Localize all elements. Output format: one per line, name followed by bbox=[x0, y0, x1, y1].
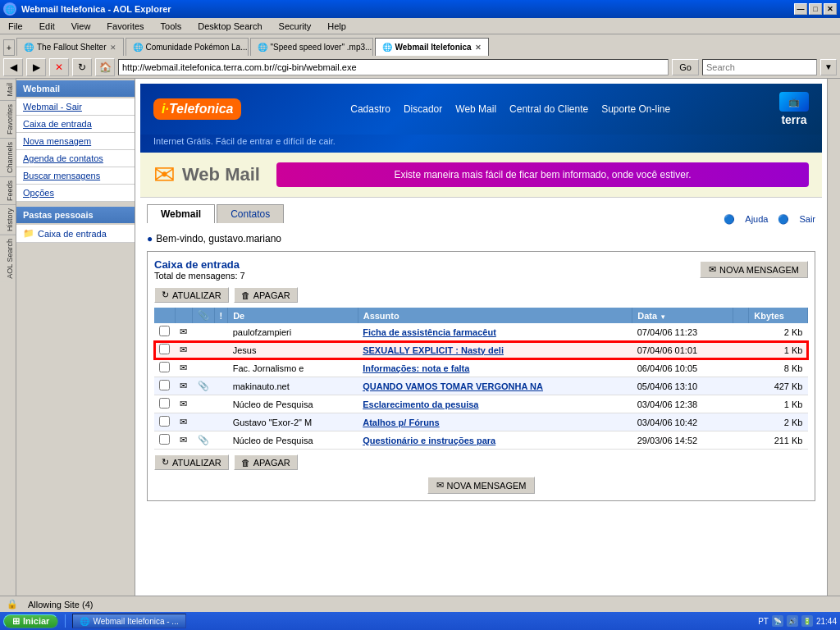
taskbar-icon-3: 🔋 bbox=[801, 615, 813, 627]
panel-mail[interactable]: Mail bbox=[0, 79, 16, 100]
atualizar-bottom-button[interactable]: ↻ ATUALIZAR bbox=[154, 454, 229, 470]
nova-mensagem-bottom-button[interactable]: ✉ NOVA MENSAGEM bbox=[427, 477, 536, 494]
sidebar-item-buscar[interactable]: Buscar mensagens bbox=[16, 167, 135, 185]
nova-mensagem-bottom-area: ✉ NOVA MENSAGEM bbox=[154, 477, 808, 494]
inbox-header: Caixa de entrada Total de mensagens: 7 ✉… bbox=[154, 258, 808, 281]
close-button[interactable]: ✕ bbox=[824, 3, 837, 15]
tab-close-0[interactable]: ✕ bbox=[110, 43, 116, 52]
sidebar-folder-inbox[interactable]: 📁 Caixa de entrada bbox=[16, 225, 135, 243]
webmail-logo-area: ✉ Web Mail bbox=[153, 159, 260, 190]
left-panels: Mail Favorites Channels Feeds History AO… bbox=[0, 79, 16, 612]
row6-read-icon: ✉ bbox=[175, 413, 192, 431]
scrollbar[interactable] bbox=[827, 79, 840, 612]
nav-webmail[interactable]: Web Mail bbox=[455, 103, 496, 115]
row1-checkbox[interactable] bbox=[159, 326, 170, 336]
row5-checkbox[interactable] bbox=[159, 398, 170, 409]
forward-button[interactable]: ▶ bbox=[26, 58, 46, 76]
row7-subject[interactable]: Questionário e instruções para bbox=[363, 436, 495, 445]
row3-priority bbox=[214, 359, 228, 377]
row6-subject[interactable]: Atalhos p/ Fóruns bbox=[363, 418, 440, 427]
col-subject[interactable]: Assunto bbox=[358, 308, 632, 323]
go-button[interactable]: Go bbox=[672, 59, 699, 75]
sidebar-item-agenda[interactable]: Agenda de contatos bbox=[16, 150, 135, 167]
nav-central[interactable]: Central do Cliente bbox=[509, 103, 588, 115]
ajuda-link[interactable]: Ajuda bbox=[745, 214, 768, 225]
tab-pokemon[interactable]: 🌐 Comunidade Pokémon La... ✕ bbox=[126, 38, 249, 56]
row4-subject[interactable]: QUANDO VAMOS TOMAR VERGONHA NA bbox=[363, 381, 543, 391]
row5-date: 03/04/06 12:38 bbox=[632, 395, 733, 413]
windows-icon: ⊞ bbox=[12, 616, 20, 627]
row6-size: 2 Kb bbox=[749, 413, 808, 431]
row5-subject[interactable]: Esclarecimento da pesuisa bbox=[363, 399, 478, 409]
taskbar-icon-2: 🔊 bbox=[787, 615, 798, 627]
atualizar-button[interactable]: ↻ ATUALIZAR bbox=[154, 287, 229, 303]
apagar-button[interactable]: 🗑 APAGAR bbox=[234, 287, 298, 303]
menu-edit[interactable]: Edit bbox=[34, 20, 60, 33]
panel-history[interactable]: History bbox=[0, 204, 16, 235]
apagar-bottom-button[interactable]: 🗑 APAGAR bbox=[234, 454, 298, 470]
row7-checkbox[interactable] bbox=[159, 434, 170, 445]
taskbar: ⊞ Iniciar 🌐 Webmail Itelefonica - ... PT… bbox=[0, 612, 840, 630]
refresh-button[interactable]: ↻ bbox=[72, 58, 92, 76]
search-input[interactable] bbox=[702, 59, 817, 75]
inbox-toolbar: ↻ ATUALIZAR 🗑 APAGAR bbox=[154, 287, 808, 303]
menu-favorites[interactable]: Favorites bbox=[102, 20, 148, 33]
tab-contatos[interactable]: Contatos bbox=[217, 204, 284, 223]
menu-file[interactable]: File bbox=[3, 20, 28, 33]
col-size[interactable]: Kbytes bbox=[749, 308, 808, 323]
row7-size: 211 Kb bbox=[749, 431, 808, 450]
row3-subject[interactable]: Informações: nota e falta bbox=[363, 363, 469, 373]
icon-sair: 🔵 bbox=[778, 214, 789, 225]
menu-view[interactable]: View bbox=[66, 20, 96, 33]
home-button[interactable]: 🏠 bbox=[95, 58, 115, 76]
tab-close-3[interactable]: ✕ bbox=[475, 43, 482, 52]
nova-mensagem-top-button[interactable]: ✉ NOVA MENSAGEM bbox=[700, 261, 808, 278]
row1-date: 07/04/06 11:23 bbox=[632, 323, 733, 341]
row2-attach bbox=[192, 341, 214, 359]
search-dropdown-button[interactable]: ▼ bbox=[820, 59, 837, 75]
nav-cadastro[interactable]: Cadastro bbox=[350, 103, 390, 115]
col-priority: ! bbox=[214, 308, 228, 323]
row1-subject[interactable]: Ficha de assistência farmacêut bbox=[363, 327, 496, 337]
taskbar-item-webmail[interactable]: 🌐 Webmail Itelefonica - ... bbox=[72, 614, 185, 628]
menu-help[interactable]: Help bbox=[322, 20, 351, 33]
tab-webmail-main[interactable]: Webmail bbox=[147, 204, 215, 223]
menu-tools[interactable]: Tools bbox=[156, 20, 187, 33]
webmail-banner: ✉ Web Mail Existe maneira mais fácil de … bbox=[140, 153, 822, 198]
menu-security[interactable]: Security bbox=[274, 20, 317, 33]
menu-desktop-search[interactable]: Desktop Search bbox=[193, 20, 267, 33]
stop-button[interactable]: ✕ bbox=[49, 58, 69, 76]
nav-suporte[interactable]: Suporte On-line bbox=[601, 103, 670, 115]
telefonica-subtitle: Internet Grátis. Fácil de entrar e difíc… bbox=[140, 135, 822, 153]
row6-checkbox[interactable] bbox=[159, 416, 170, 427]
nav-discador[interactable]: Discador bbox=[404, 103, 442, 115]
col-date[interactable]: Data ▼ bbox=[632, 308, 733, 323]
row2-subject[interactable]: SEXUALLY EXPLICIT : Nasty deli bbox=[363, 345, 504, 355]
sair-link[interactable]: Sair bbox=[799, 214, 815, 225]
tab-fallout-shelter[interactable]: 🌐 The Fallout Shelter ✕ bbox=[16, 38, 124, 56]
sidebar-item-nova-mensagem[interactable]: Nova mensagem bbox=[16, 133, 135, 150]
bottom-toolbar: ↻ ATUALIZAR 🗑 APAGAR bbox=[154, 454, 808, 470]
panel-favorites[interactable]: Favorites bbox=[0, 100, 16, 138]
row3-size: 8 Kb bbox=[749, 359, 808, 377]
tab-speed-lover[interactable]: 🌐 "Speed speed lover" .mp3... ✕ bbox=[250, 38, 373, 56]
start-button[interactable]: ⊞ Iniciar bbox=[3, 614, 58, 628]
tab-webmail[interactable]: 🌐 Webmail Itelefonica ✕ bbox=[375, 38, 489, 56]
sidebar-section-pastas: Pastas pessoais bbox=[16, 207, 135, 223]
address-input[interactable] bbox=[118, 59, 669, 75]
window-controls: — □ ✕ bbox=[794, 3, 837, 15]
panel-channels[interactable]: Channels bbox=[0, 138, 16, 176]
sidebar-item-caixa-entrada[interactable]: Caixa de entrada bbox=[16, 116, 135, 133]
panel-aol-search[interactable]: AOL Search bbox=[0, 235, 16, 282]
row3-checkbox[interactable] bbox=[159, 362, 170, 372]
back-button[interactable]: ◀ bbox=[3, 58, 23, 76]
col-from[interactable]: De bbox=[228, 308, 358, 323]
row2-checkbox[interactable] bbox=[159, 344, 170, 354]
sidebar-item-opcoes[interactable]: Opções bbox=[16, 185, 135, 202]
minimize-button[interactable]: — bbox=[794, 3, 807, 15]
panel-feeds[interactable]: Feeds bbox=[0, 176, 16, 204]
row4-checkbox[interactable] bbox=[159, 380, 170, 390]
new-tab-button[interactable]: + bbox=[3, 39, 15, 56]
maximize-button[interactable]: □ bbox=[809, 3, 822, 15]
sidebar-item-sair[interactable]: Webmail - Sair bbox=[16, 98, 135, 116]
